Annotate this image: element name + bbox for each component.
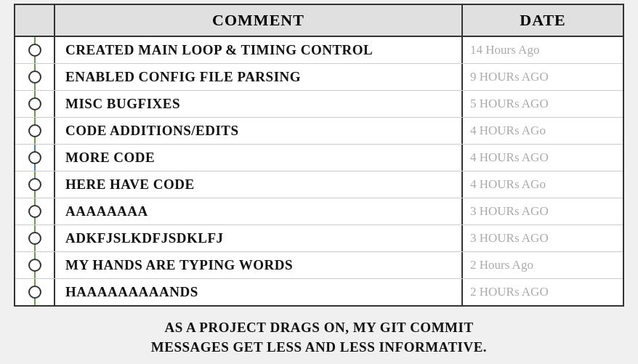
bullet-circle xyxy=(28,151,41,164)
bullet-cell xyxy=(15,145,55,171)
table-row: CODE ADDITIONS/EDITS 4 HOURs AGo xyxy=(15,118,623,145)
comment-cell: MORE CODE xyxy=(55,145,463,171)
bullet-cell xyxy=(15,118,55,144)
comment-cell: CREATED MAIN LOOP & TIMING CONTROL xyxy=(55,37,463,63)
bullet-cell xyxy=(15,198,55,225)
date-cell: 9 HOURs AGO xyxy=(463,64,623,90)
bullet-cell xyxy=(15,252,55,278)
table-row: MORE CODE 4 HOURs AGO xyxy=(15,145,623,171)
bullet-cell xyxy=(15,225,55,251)
date-cell: 3 HOURs AGO xyxy=(463,225,623,251)
bullet-cell xyxy=(15,171,55,198)
bullet-circle xyxy=(28,124,41,137)
bullet-cell xyxy=(15,91,55,117)
commit-table: COMMENT DATE CREATED MAIN LOOP & TIMING … xyxy=(14,4,624,307)
comment-cell: ENABLED CONFIG FILE PARSING xyxy=(55,64,463,90)
bullet-circle xyxy=(28,178,41,191)
header-date-col: DATE xyxy=(463,5,623,36)
table-header: COMMENT DATE xyxy=(15,5,623,37)
bullet-circle xyxy=(28,232,41,245)
comment-cell: AAAAAAAA xyxy=(55,198,463,225)
table-row: CREATED MAIN LOOP & TIMING CONTROL 14 Ho… xyxy=(15,37,623,64)
table-row: HAAAAAAAAANDS 2 HOURs AGO xyxy=(15,279,623,305)
table-row: MISC BUGFIXES 5 HOURs AGO xyxy=(15,91,623,118)
bullet-cell xyxy=(15,279,55,305)
main-container: COMMENT DATE CREATED MAIN LOOP & TIMING … xyxy=(7,0,631,364)
date-cell: 14 Hours Ago xyxy=(463,37,623,63)
date-cell: 5 HOURs AGO xyxy=(463,91,623,117)
table-row: ADKFJSLKDFJSDKLFJ 3 HOURs AGO xyxy=(15,225,623,252)
comment-cell: HERE HAVE CODE xyxy=(55,171,463,198)
comment-cell: MY HANDS ARE TYPING WORDS xyxy=(55,252,463,278)
table-row: MY HANDS ARE TYPING WORDS 2 Hours Ago xyxy=(15,252,623,279)
table-row: AAAAAAAA 3 HOURs AGO xyxy=(15,198,623,225)
date-cell: 4 HOURs AGO xyxy=(463,145,623,171)
date-cell: 4 HOURs AGo xyxy=(463,118,623,144)
bullet-circle xyxy=(28,259,41,272)
comment-cell: ADKFJSLKDFJSDKLFJ xyxy=(55,225,463,251)
bullet-circle xyxy=(28,70,41,84)
comment-cell: MISC BUGFIXES xyxy=(55,91,463,117)
date-cell: 4 HOURs AGo xyxy=(463,171,623,198)
comment-cell: CODE ADDITIONS/EDITS xyxy=(55,118,463,144)
table-row: HERE HAVE CODE 4 HOURs AGo xyxy=(15,171,623,198)
comment-cell: HAAAAAAAAANDS xyxy=(55,279,463,305)
date-cell: 3 HOURs AGO xyxy=(463,198,623,225)
bullet-cell xyxy=(15,37,55,63)
header-bullet-col xyxy=(15,5,55,36)
bullet-circle xyxy=(28,205,41,218)
date-cell: 2 HOURs AGO xyxy=(463,279,623,305)
caption: AS A PROJECT DRAGS ON, MY GIT COMMIT MES… xyxy=(14,315,624,360)
bullet-cell xyxy=(15,64,55,90)
table-row: ENABLED CONFIG FILE PARSING 9 HOURs AGO xyxy=(15,64,623,91)
bullet-circle xyxy=(28,97,41,110)
bullet-circle xyxy=(28,44,41,57)
date-cell: 2 Hours Ago xyxy=(463,252,623,278)
bullet-circle xyxy=(28,286,41,299)
caption-line1: AS A PROJECT DRAGS ON, MY GIT COMMIT xyxy=(21,318,617,338)
table-body: CREATED MAIN LOOP & TIMING CONTROL 14 Ho… xyxy=(15,37,623,305)
header-comment-col: COMMENT xyxy=(55,5,463,36)
caption-line2: MESSAGES GET LESS AND LESS INFORMATIVE. xyxy=(21,338,617,357)
